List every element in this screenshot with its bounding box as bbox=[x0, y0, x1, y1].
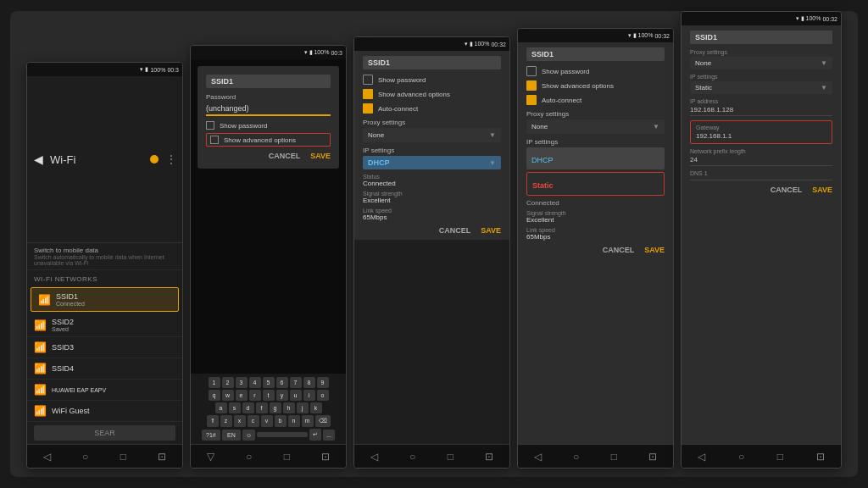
key-r[interactable]: r bbox=[249, 390, 261, 401]
key-e[interactable]: e bbox=[236, 390, 248, 401]
save-button-3[interactable]: SAVE bbox=[481, 226, 501, 235]
key-emoji[interactable]: ☺ bbox=[242, 430, 255, 441]
nav-back-5[interactable]: ◁ bbox=[698, 451, 705, 463]
show-password-cb-3[interactable] bbox=[363, 75, 373, 85]
show-password-cb-4[interactable] bbox=[526, 66, 537, 76]
key-z[interactable]: z bbox=[220, 415, 232, 427]
key-y[interactable]: y bbox=[276, 390, 288, 401]
nav-home-2[interactable]: ○ bbox=[246, 451, 252, 463]
ip-dropdown-5[interactable]: Static ▼ bbox=[690, 81, 832, 94]
key-n[interactable]: n bbox=[288, 415, 300, 427]
show-password-row[interactable]: Show password bbox=[206, 121, 331, 130]
nav-screenshot-button[interactable]: ⊡ bbox=[158, 451, 166, 463]
key-c[interactable]: c bbox=[248, 415, 259, 427]
show-advanced-cb-4[interactable] bbox=[526, 80, 537, 91]
nav-recent-button[interactable]: □ bbox=[120, 451, 126, 463]
key-b[interactable]: b bbox=[275, 415, 287, 427]
show-password-row-3[interactable]: Show password bbox=[363, 75, 501, 85]
ip-address-field[interactable]: 192.168.1.128 bbox=[690, 106, 832, 116]
key-x[interactable]: x bbox=[234, 415, 246, 427]
key-s[interactable]: s bbox=[229, 402, 241, 413]
key-u[interactable]: u bbox=[290, 390, 302, 401]
key-2[interactable]: 2 bbox=[222, 377, 234, 388]
key-backspace[interactable]: ⌫ bbox=[315, 415, 331, 427]
wifi-item-4[interactable]: 📶 SSID4 bbox=[27, 358, 182, 380]
ip-dhcp-option[interactable]: DHCP bbox=[526, 147, 665, 169]
nav-home-3[interactable]: ○ bbox=[409, 451, 415, 463]
cancel-button[interactable]: CANCEL bbox=[269, 152, 301, 160]
key-space[interactable] bbox=[257, 432, 308, 437]
wifi-item-saved[interactable]: 📶 SSID2 Saved bbox=[27, 313, 182, 337]
key-5[interactable]: 5 bbox=[263, 377, 275, 388]
proxy-dropdown-4[interactable]: None ▼ bbox=[526, 119, 665, 134]
more-menu-icon[interactable]: ⋮ bbox=[165, 152, 177, 166]
auto-connect-cb-4[interactable] bbox=[526, 95, 537, 105]
mobile-data-row[interactable]: Switch to mobile data Switch automatical… bbox=[27, 243, 182, 270]
nav-home-button[interactable]: ○ bbox=[82, 451, 88, 463]
key-t[interactable]: t bbox=[263, 390, 275, 401]
show-password-row-4[interactable]: Show password bbox=[526, 66, 665, 76]
show-advanced-row-3[interactable]: Show advanced options bbox=[363, 89, 501, 99]
nav-back-3[interactable]: ◁ bbox=[370, 451, 378, 463]
nav-ss-3[interactable]: ⊡ bbox=[485, 451, 493, 463]
save-button-5[interactable]: SAVE bbox=[812, 186, 832, 194]
key-f[interactable]: f bbox=[256, 402, 268, 413]
dns-field[interactable] bbox=[690, 178, 832, 180]
key-1[interactable]: 1 bbox=[209, 377, 220, 388]
wifi-item-guest[interactable]: 📶 WiFi Guest bbox=[27, 401, 182, 422]
nav-recent-3[interactable]: □ bbox=[448, 451, 453, 463]
nav-home-5[interactable]: ○ bbox=[738, 451, 744, 463]
nav-back-button[interactable]: ◁ bbox=[43, 451, 51, 463]
password-input[interactable]: (unchanged) bbox=[206, 103, 331, 116]
cancel-button-5[interactable]: CANCEL bbox=[771, 186, 803, 194]
key-v[interactable]: v bbox=[261, 415, 273, 427]
auto-connect-row-4[interactable]: Auto-connect bbox=[526, 95, 665, 105]
key-d[interactable]: d bbox=[242, 402, 254, 413]
cancel-button-4[interactable]: CANCEL bbox=[603, 246, 635, 254]
prefix-field[interactable]: 24 bbox=[690, 156, 832, 166]
key-k[interactable]: k bbox=[310, 402, 322, 413]
show-advanced-checkbox[interactable] bbox=[210, 136, 219, 144]
nav-ss-4[interactable]: ⊡ bbox=[648, 451, 657, 463]
key-4[interactable]: 4 bbox=[249, 377, 261, 388]
ip-static-option[interactable]: Static bbox=[526, 172, 665, 196]
wifi-item-connected[interactable]: 📶 SSID1 Connected bbox=[31, 287, 179, 312]
save-button-4[interactable]: SAVE bbox=[644, 246, 665, 254]
show-advanced-cb-3[interactable] bbox=[363, 89, 373, 99]
nav-back-2[interactable]: ▽ bbox=[207, 451, 214, 463]
key-w[interactable]: w bbox=[222, 390, 234, 401]
key-8[interactable]: 8 bbox=[303, 377, 315, 388]
key-h[interactable]: h bbox=[283, 402, 295, 413]
key-m[interactable]: m bbox=[302, 415, 314, 427]
key-a[interactable]: a bbox=[215, 402, 227, 413]
auto-connect-cb-3[interactable] bbox=[363, 103, 373, 114]
proxy-dropdown-5[interactable]: None ▼ bbox=[690, 57, 832, 69]
nav-ss-2[interactable]: ⊡ bbox=[321, 451, 330, 463]
key-sym[interactable]: ?1# bbox=[202, 430, 220, 441]
nav-home-4[interactable]: ○ bbox=[573, 451, 579, 463]
nav-recent-4[interactable]: □ bbox=[611, 451, 617, 463]
key-o[interactable]: o bbox=[317, 390, 329, 401]
nav-recent-5[interactable]: □ bbox=[777, 451, 783, 463]
proxy-dropdown-3[interactable]: None ▼ bbox=[363, 128, 501, 142]
search-bar[interactable]: SEAR bbox=[34, 425, 175, 441]
key-j[interactable]: j bbox=[297, 402, 309, 413]
wifi-item-3[interactable]: 📶 SSID3 bbox=[27, 337, 182, 358]
cancel-button-3[interactable]: CANCEL bbox=[439, 226, 471, 235]
key-7[interactable]: 7 bbox=[290, 377, 302, 388]
key-3[interactable]: 3 bbox=[236, 377, 248, 388]
key-q[interactable]: q bbox=[209, 390, 220, 401]
key-g[interactable]: g bbox=[270, 402, 281, 413]
key-i[interactable]: i bbox=[303, 390, 315, 401]
nav-recent-2[interactable]: □ bbox=[284, 451, 290, 463]
key-lang[interactable]: EN bbox=[222, 430, 241, 441]
key-6[interactable]: 6 bbox=[276, 377, 288, 388]
show-password-checkbox[interactable] bbox=[206, 121, 214, 130]
nav-back-4[interactable]: ◁ bbox=[534, 451, 542, 463]
key-more[interactable]: ... bbox=[323, 430, 335, 441]
wifi-item-huawei[interactable]: 📶 HUAWEI EAP EAPV bbox=[27, 380, 182, 401]
show-advanced-row-4[interactable]: Show advanced options bbox=[526, 80, 665, 91]
auto-connect-row-3[interactable]: Auto-connect bbox=[363, 103, 501, 114]
back-button[interactable]: ◀ bbox=[34, 152, 43, 166]
key-enter[interactable]: ↵ bbox=[309, 429, 321, 441]
